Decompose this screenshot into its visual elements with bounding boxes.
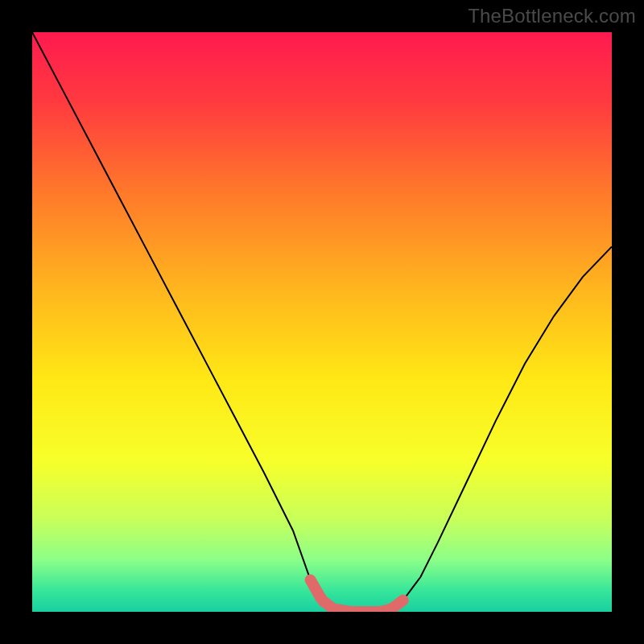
plot-area [32, 32, 612, 612]
chart-frame: TheBottleneck.com [0, 0, 644, 644]
gradient-background [32, 32, 612, 612]
bottleneck-curve-chart [32, 32, 612, 612]
watermark-text: TheBottleneck.com [468, 5, 636, 27]
